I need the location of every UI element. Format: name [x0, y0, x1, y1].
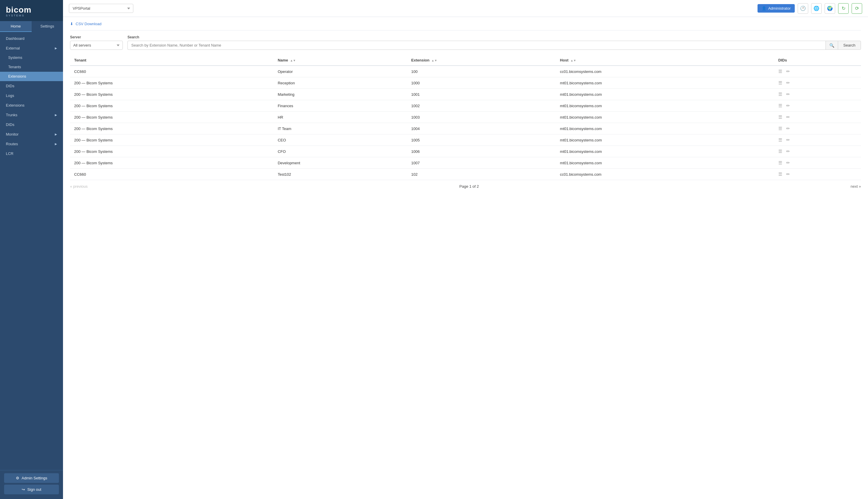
cell-host: mt01.bicomsystems.com: [556, 112, 774, 123]
portal-select[interactable]: VPSPortal: [69, 4, 133, 13]
search-row: 🔍 Search: [128, 41, 861, 50]
edit-icon[interactable]: ✏: [786, 172, 790, 177]
world-icon-button[interactable]: 🌍: [825, 3, 835, 14]
table-row: 200 — Bicom Systems CEO 1005 mt01.bicoms…: [70, 134, 861, 146]
cell-host: mt01.bicomsystems.com: [556, 100, 774, 112]
sidebar-item-extensions2[interactable]: Extensions: [0, 100, 63, 110]
search-group: Search 🔍 Search: [128, 35, 861, 50]
sidebar-item-dids[interactable]: DIDs: [0, 81, 63, 91]
list-icon[interactable]: ☰: [778, 80, 782, 86]
search-button[interactable]: Search: [838, 41, 861, 50]
clock-icon-button[interactable]: 🕐: [798, 3, 808, 14]
cell-tenant: 200 — Bicom Systems: [70, 157, 274, 169]
sidebar-item-dids2[interactable]: DIDs: [0, 120, 63, 130]
cell-extension: 1005: [407, 134, 556, 146]
cell-name: CFO: [274, 146, 407, 157]
edit-icon[interactable]: ✏: [786, 149, 790, 154]
cell-name: Development: [274, 157, 407, 169]
list-icon[interactable]: ☰: [778, 92, 782, 97]
admin-badge: 👤 Administrator: [758, 4, 795, 13]
filter-row: Server All servers Search 🔍 Search: [70, 35, 861, 50]
brand-sub: SYSTEMS: [6, 14, 57, 17]
cell-extension: 1003: [407, 112, 556, 123]
sidebar-item-monitor[interactable]: Monitor ▶: [0, 130, 63, 139]
chevron-right-icon: ▶: [55, 133, 57, 136]
cell-extension: 100: [407, 65, 556, 77]
list-icon[interactable]: ☰: [778, 160, 782, 166]
table-row: 200 — Bicom Systems HR 1003 mt01.bicomsy…: [70, 112, 861, 123]
search-magnifier-button[interactable]: 🔍: [825, 41, 838, 50]
sort-icon: ▲▼: [570, 59, 576, 62]
cell-extension: 1002: [407, 100, 556, 112]
list-icon[interactable]: ☰: [778, 114, 782, 120]
list-icon[interactable]: ☰: [778, 149, 782, 154]
cell-tenant: 200 — Bicom Systems: [70, 112, 274, 123]
table-header-row: Tenant Name ▲▼ Extension ▲▼ Host ▲▼: [70, 55, 861, 65]
cell-extension: 1004: [407, 123, 556, 134]
cell-tenant: 200 — Bicom Systems: [70, 123, 274, 134]
list-icon[interactable]: ☰: [778, 172, 782, 177]
cell-host: mt01.bicomsystems.com: [556, 89, 774, 100]
cell-extension: 1000: [407, 77, 556, 89]
cell-dids: ☰ ✏: [774, 146, 861, 157]
reload-icon-button[interactable]: ⟳: [852, 3, 862, 14]
chevron-right-icon: ▶: [55, 47, 57, 50]
table-body: CC660 Operator 100 cc01.bicomsystems.com…: [70, 65, 861, 180]
cell-host: mt01.bicomsystems.com: [556, 146, 774, 157]
refresh-icon-button[interactable]: ↻: [838, 3, 849, 14]
cell-dids: ☰ ✏: [774, 157, 861, 168]
search-label: Search: [128, 35, 861, 39]
content-inner: ⬇ CSV Download Server All servers Search…: [63, 17, 868, 499]
sidebar-item-systems[interactable]: Systems: [0, 53, 63, 62]
next-page-button[interactable]: next »: [851, 184, 861, 188]
chevron-right-icon: ▶: [55, 142, 57, 146]
edit-icon[interactable]: ✏: [786, 69, 790, 74]
cell-name: Finances: [274, 100, 407, 112]
cell-host: cc01.bicomsystems.com: [556, 169, 774, 180]
admin-settings-button[interactable]: ⚙ Admin Settings: [4, 473, 59, 483]
topbar: VPSPortal 👤 Administrator 🕐 🌐 🌍 ↻ ⟳: [63, 0, 868, 17]
server-label: Server: [70, 35, 123, 39]
user-icon: 👤: [762, 6, 766, 11]
cell-name: IT Team: [274, 123, 407, 134]
list-icon[interactable]: ☰: [778, 137, 782, 143]
table-row: 200 — Bicom Systems Reception 1000 mt01.…: [70, 77, 861, 89]
sidebar-item-logs[interactable]: Logs: [0, 91, 63, 100]
sidebar-item-dashboard[interactable]: Dashboard: [0, 34, 63, 43]
sign-out-icon: ↪: [22, 487, 25, 492]
edit-icon[interactable]: ✏: [786, 160, 790, 166]
edit-icon[interactable]: ✏: [786, 80, 790, 86]
cell-host: mt01.bicomsystems.com: [556, 77, 774, 89]
pagination: « previous Page 1 of 2 next »: [70, 180, 861, 188]
edit-icon[interactable]: ✏: [786, 137, 790, 143]
sidebar-item-tenants[interactable]: Tenants: [0, 62, 63, 72]
col-host: Host ▲▼: [556, 55, 774, 65]
list-icon[interactable]: ☰: [778, 69, 782, 74]
download-icon: ⬇: [70, 22, 73, 26]
sidebar-item-external[interactable]: External ▶: [0, 43, 63, 53]
csv-download-bar[interactable]: ⬇ CSV Download: [70, 22, 861, 31]
sidebar-item-lcr[interactable]: LCR: [0, 149, 63, 158]
server-select[interactable]: All servers: [70, 41, 123, 50]
tab-home[interactable]: Home: [0, 21, 32, 32]
cell-dids: ☰ ✏: [774, 123, 861, 134]
gear-icon: ⚙: [16, 476, 19, 480]
list-icon[interactable]: ☰: [778, 126, 782, 131]
globe-icon-button[interactable]: 🌐: [811, 3, 822, 14]
sidebar-item-trunks[interactable]: Trunks ▶: [0, 110, 63, 120]
sidebar-item-extensions[interactable]: Extensions: [0, 72, 63, 81]
cell-dids: ☰ ✏: [774, 134, 861, 146]
tab-settings[interactable]: Settings: [32, 21, 63, 32]
search-input[interactable]: [128, 41, 825, 50]
edit-icon[interactable]: ✏: [786, 126, 790, 131]
prev-page-button[interactable]: « previous: [70, 184, 87, 188]
edit-icon[interactable]: ✏: [786, 114, 790, 120]
sidebar-item-routes[interactable]: Routes ▶: [0, 139, 63, 149]
edit-icon[interactable]: ✏: [786, 92, 790, 97]
sidebar: bicom SYSTEMS Home Settings Dashboard Ex…: [0, 0, 63, 499]
main-content: VPSPortal 👤 Administrator 🕐 🌐 🌍 ↻ ⟳ ⬇ CS…: [63, 0, 868, 499]
edit-icon[interactable]: ✏: [786, 103, 790, 108]
list-icon[interactable]: ☰: [778, 103, 782, 108]
sign-out-button[interactable]: ↪ Sign out: [4, 485, 59, 494]
server-filter-group: Server All servers: [70, 35, 123, 50]
